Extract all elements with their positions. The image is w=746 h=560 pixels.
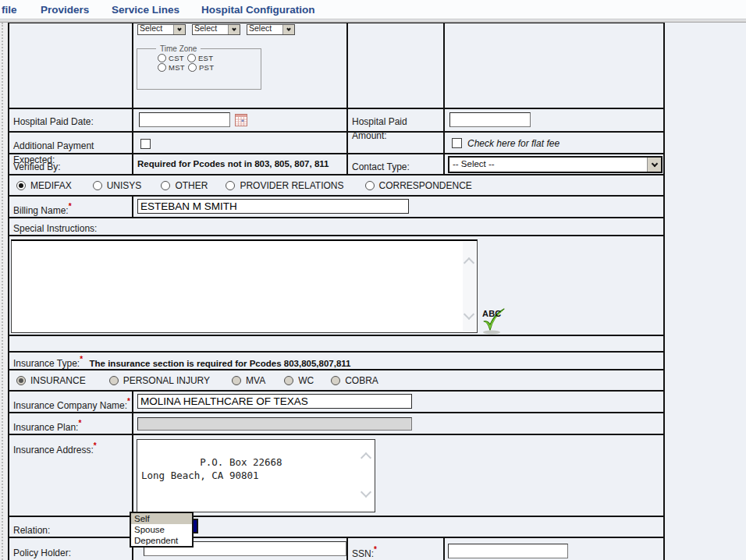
radio-provider-relations-label: PROVIDER RELATIONS — [240, 180, 343, 191]
billing-name-input[interactable] — [137, 199, 409, 214]
timezone-legend: Time Zone — [156, 44, 201, 53]
relation-row: Relation: -- Select -- — [9, 517, 663, 538]
radio-insurance-label: INSURANCE — [30, 375, 86, 386]
radio-unisys-circle[interactable] — [93, 181, 102, 190]
radio-est-circle[interactable] — [187, 54, 196, 62]
spacer-row — [9, 336, 663, 353]
scroll-down-icon[interactable] — [361, 487, 371, 498]
select-widget-2-value: Select — [193, 24, 228, 34]
timezone-row-label-cell — [9, 23, 133, 108]
flat-fee-label: Check here for flat fee — [467, 138, 560, 149]
scroll-down-icon[interactable] — [464, 309, 474, 320]
required-asterisk: * — [94, 441, 97, 450]
radio-other[interactable]: OTHER — [161, 180, 208, 191]
chevron-down-icon[interactable] — [228, 25, 240, 34]
radio-medifax[interactable]: MEDIFAX — [16, 180, 72, 191]
special-instructions-textarea[interactable] — [11, 239, 478, 333]
radio-correspondence-label: CORRESPONDENCE — [379, 180, 472, 191]
contact-type-select[interactable]: -- Select -- — [448, 156, 663, 173]
insurance-address-row: Insurance Address:* P.O. Box 22668 Long … — [9, 435, 663, 517]
radio-cst-label: CST — [169, 54, 184, 62]
relation-option-dependent[interactable]: Dependent — [131, 535, 192, 546]
nav-item-providers[interactable]: Providers — [41, 4, 89, 16]
radio-est[interactable]: EST — [187, 54, 213, 62]
radio-pst-circle[interactable] — [188, 63, 197, 72]
radio-provider-relations-circle[interactable] — [226, 181, 235, 190]
select-widget-1[interactable]: Select — [137, 24, 186, 35]
insurance-plan-row: Insurance Plan:* — [9, 413, 663, 435]
page-left-margin — [0, 23, 8, 560]
timezone-row-content-cell: Select Select Select Time Zone — [133, 23, 348, 108]
radio-unisys-label: UNISYS — [107, 180, 142, 191]
radio-mva-circle[interactable] — [232, 376, 241, 385]
insurance-type-radio-row: INSURANCE PERSONAL INJURY MVA WC COBRA — [9, 370, 663, 392]
insurance-address-label: Insurance Address: — [13, 445, 94, 455]
insurance-company-row: Insurance Company Name:* — [9, 392, 663, 413]
contact-type-label: Contact Type: — [352, 161, 410, 172]
radio-cobra-circle[interactable] — [331, 376, 340, 385]
radio-cst[interactable]: CST — [158, 54, 184, 62]
insurance-type-label: Insurance Type: — [13, 358, 80, 369]
radio-pst[interactable]: PST — [188, 63, 214, 72]
additional-payment-checkbox[interactable] — [140, 139, 151, 149]
spellcheck-button[interactable]: ABC — [480, 306, 508, 335]
nav-item-hospital-configuration[interactable]: Hospital Configuration — [201, 4, 315, 16]
nav-item-service-lines[interactable]: Service Lines — [112, 4, 179, 16]
radio-personal-injury-label: PERSONAL INJURY — [123, 375, 210, 386]
radio-cst-circle[interactable] — [158, 54, 166, 62]
radio-wc-circle[interactable] — [284, 376, 293, 385]
radio-correspondence-circle[interactable] — [365, 181, 375, 190]
relation-option-self[interactable]: Self — [131, 513, 192, 524]
scroll-up-icon[interactable] — [464, 257, 474, 268]
select-widget-2[interactable]: Select — [192, 24, 240, 35]
radio-insurance[interactable]: INSURANCE — [16, 375, 86, 386]
radio-correspondence[interactable]: CORRESPONDENCE — [365, 180, 472, 191]
hospital-paid-amount-input[interactable] — [449, 112, 531, 127]
insurance-address-textarea[interactable]: P.O. Box 22668 Long Beach, CA 90801 — [137, 439, 375, 512]
relation-option-spouse[interactable]: Spouse — [131, 524, 192, 535]
radio-personal-injury-circle[interactable] — [109, 376, 119, 385]
timezone-row-right-cell — [445, 23, 663, 108]
radio-pst-label: PST — [199, 63, 214, 72]
hospital-paid-row: Hospital Paid Date: Hospital Paid Amount… — [9, 109, 663, 133]
chevron-down-icon[interactable] — [282, 25, 294, 34]
timezone-fieldset: Time Zone CST EST MST PST — [137, 44, 261, 90]
radio-personal-injury[interactable]: PERSONAL INJURY — [109, 375, 210, 386]
clipped-selects: Select Select Select — [137, 24, 346, 35]
ssn-input[interactable] — [448, 544, 568, 558]
scroll-up-icon[interactable] — [361, 452, 371, 463]
select-widget-3[interactable]: Select — [247, 24, 295, 35]
policy-holder-row: Policy Holder: SSN:* — [9, 538, 663, 560]
radio-wc[interactable]: WC — [284, 375, 314, 386]
required-asterisk: * — [69, 202, 72, 211]
radio-unisys[interactable]: UNISYS — [93, 180, 142, 191]
source-radio-row: MEDIFAX UNISYS OTHER PROVIDER RELATIONS … — [9, 175, 663, 197]
chevron-down-icon[interactable] — [173, 25, 185, 34]
required-asterisk: * — [127, 397, 130, 406]
hospital-paid-date-input[interactable] — [139, 112, 230, 127]
radio-cobra[interactable]: COBRA — [331, 375, 378, 386]
flat-fee-checkbox[interactable] — [452, 138, 462, 148]
radio-cobra-label: COBRA — [345, 375, 378, 386]
hospital-paid-date-label: Hospital Paid Date: — [13, 116, 94, 127]
navbar-divider — [0, 20, 746, 23]
radio-other-circle[interactable] — [161, 181, 170, 190]
radio-mva[interactable]: MVA — [232, 375, 265, 386]
nav-item-profile[interactable]: file — [2, 4, 17, 16]
radio-mst-circle[interactable] — [158, 63, 166, 72]
radio-medifax-circle[interactable] — [16, 181, 26, 190]
vertical-scrollbar[interactable] — [463, 242, 476, 331]
vertical-scrollbar[interactable] — [360, 440, 373, 512]
insurance-company-label: Insurance Company Name: — [13, 400, 127, 411]
spellcheck-abc-label: ABC — [482, 309, 501, 318]
radio-insurance-circle[interactable] — [16, 376, 26, 385]
insurance-company-input[interactable] — [137, 394, 412, 409]
insurance-type-row: Insurance Type:* The insurance section i… — [9, 353, 663, 370]
contact-type-value: -- Select -- — [449, 158, 647, 172]
radio-mst[interactable]: MST — [158, 63, 185, 72]
verified-by-note: Required for Pcodes not in 803, 805, 807… — [137, 158, 346, 168]
hospital-configuration-page: file Providers Service Lines Hospital Co… — [0, 0, 746, 560]
radio-provider-relations[interactable]: PROVIDER RELATIONS — [226, 180, 343, 191]
chevron-down-icon[interactable] — [647, 158, 661, 172]
calendar-icon[interactable] — [235, 113, 247, 129]
